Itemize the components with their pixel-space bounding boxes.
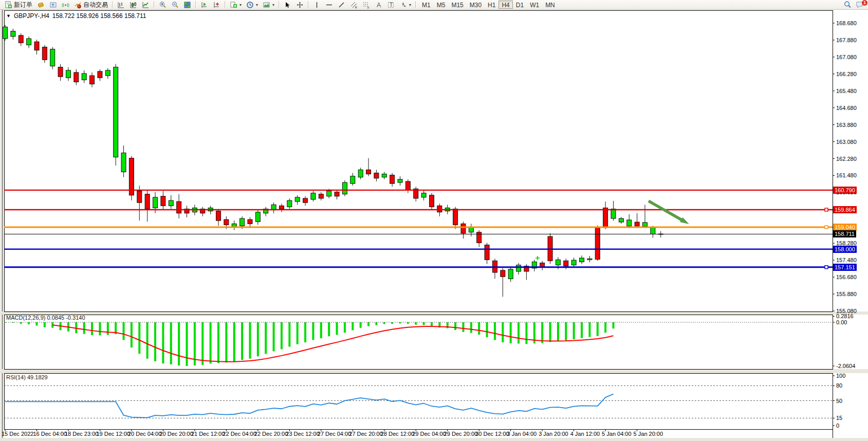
trendline-button[interactable] (335, 1, 347, 9)
template-button[interactable]: ▾ (260, 1, 276, 9)
tile-windows-button[interactable] (181, 1, 193, 9)
dropdown-caret-icon[interactable]: ▾ (272, 3, 274, 7)
text-a-icon: A (374, 1, 382, 9)
svg-text:162.280: 162.280 (836, 156, 857, 162)
svg-text:5 Jan 20:00: 5 Jan 20:00 (634, 431, 663, 437)
svg-text:-2.0604: -2.0604 (836, 363, 855, 369)
new-order-button[interactable]: 新订单 (2, 1, 34, 9)
new-order-button-label: 新订单 (14, 1, 32, 9)
svg-text:0.2816: 0.2816 (836, 313, 854, 319)
toolbar-separator (112, 1, 113, 8)
svg-text:5 Jan 04:00: 5 Jan 04:00 (602, 431, 632, 437)
navigator-button[interactable] (198, 1, 210, 9)
crosshair-button[interactable] (293, 1, 306, 9)
svg-text:167.880: 167.880 (836, 37, 857, 43)
price-level-badge: 159.864 (833, 206, 857, 213)
chart-play-icon (200, 1, 208, 9)
chevron-down-icon[interactable]: ▼ (6, 13, 11, 19)
svg-text:166.280: 166.280 (836, 71, 857, 77)
svg-text:163.880: 163.880 (836, 122, 857, 128)
timeframe-h4[interactable]: H4 (498, 1, 512, 9)
auto-trading-button-label: 自动交易 (83, 1, 108, 9)
svg-text:161.480: 161.480 (836, 172, 857, 178)
periods-button[interactable]: ▾ (244, 1, 260, 9)
price-level-badge: 158.000 (833, 246, 857, 253)
svg-text:F: F (367, 6, 370, 9)
svg-text:3 Jan 20:00: 3 Jan 20:00 (539, 431, 568, 437)
svg-text:27 Dec 20:00: 27 Dec 20:00 (349, 431, 382, 437)
timeframe-m1[interactable]: M1 (419, 1, 434, 9)
signals-icon (61, 1, 69, 9)
toolbar-separator (308, 1, 308, 8)
toolbar-separator (154, 1, 154, 8)
svg-text:16 Dec 04:00: 16 Dec 04:00 (33, 431, 66, 437)
data-window-button[interactable] (210, 1, 223, 9)
svg-text:156.680: 156.680 (836, 274, 857, 280)
svg-text:165.480: 165.480 (836, 88, 857, 94)
price-chart-canvas[interactable]: 168.680167.880167.080166.280165.480164.6… (0, 0, 868, 441)
toolbar-separator (415, 1, 416, 8)
profile-button[interactable] (47, 1, 59, 9)
market-watch-button[interactable] (34, 1, 47, 9)
notification-count-badge: 1 (862, 0, 867, 6)
zoom-in-button[interactable] (156, 1, 169, 9)
add-indicator-icon (229, 1, 237, 9)
price-level-badge: 160.790 (833, 187, 857, 194)
line-chart-button[interactable] (139, 1, 152, 9)
bar-chart-button[interactable] (115, 1, 127, 9)
channel-icon: E (349, 1, 358, 9)
macd-values: 0.0845 -0.3140 (47, 315, 85, 321)
timeframe-m30[interactable]: M30 (467, 1, 485, 9)
svg-text:28 Dec 12:00: 28 Dec 12:00 (381, 431, 414, 437)
macd-label: MACD(12,26,9) 0.0845 -0.3140 (6, 315, 85, 321)
zoom-out-button[interactable] (169, 1, 181, 9)
svg-text:A: A (377, 2, 381, 9)
svg-text:15 Dec 2022: 15 Dec 2022 (2, 431, 33, 437)
candlestick-button[interactable] (127, 1, 139, 9)
add-indicator-button[interactable]: ▾ (227, 1, 244, 9)
channel-button[interactable]: E (347, 1, 360, 9)
new-order-icon (4, 1, 12, 9)
text-t-icon: T (386, 1, 395, 9)
timeframe-d1[interactable]: D1 (513, 1, 527, 9)
shapes-icon (399, 1, 407, 9)
rsi-name: RSI(14) (6, 374, 26, 380)
template-icon (262, 1, 270, 9)
svg-text:19 Dec 12:00: 19 Dec 12:00 (96, 431, 130, 437)
clock-icon (246, 1, 254, 9)
timeframe-h1[interactable]: H1 (485, 1, 498, 9)
timeframe-w1[interactable]: W1 (527, 1, 542, 9)
main-toolbar: 新订单自动交易▾▾▾EFAT▾M1M5M15M30H1H4D1W1MN1 (0, 0, 868, 10)
dropdown-caret-icon[interactable]: ▾ (409, 3, 411, 7)
svg-text:21 Dec 12:00: 21 Dec 12:00 (191, 431, 225, 437)
dropdown-caret-icon[interactable]: ▾ (239, 3, 242, 7)
timeframe-mn[interactable]: MN (542, 1, 558, 9)
candlestick-icon (129, 1, 137, 9)
trading-terminal-window: 168.680167.880167.080166.280165.480164.6… (0, 0, 868, 441)
cursor-icon (283, 1, 291, 9)
svg-text:164.680: 164.680 (836, 105, 857, 111)
gold-icon (36, 1, 45, 9)
svg-text:18 Dec 23:00: 18 Dec 23:00 (65, 431, 98, 437)
svg-text:20 Dec 20:00: 20 Dec 20:00 (159, 431, 193, 437)
dropdown-caret-icon[interactable]: ▾ (256, 3, 258, 7)
cursor-button[interactable] (281, 1, 293, 9)
vline-button[interactable] (310, 1, 323, 9)
text-label-button[interactable]: T (384, 1, 397, 9)
timeframe-m5[interactable]: M5 (434, 1, 449, 9)
signals-button[interactable] (59, 1, 71, 9)
svg-text:155.880: 155.880 (836, 291, 857, 297)
hline-button[interactable] (323, 1, 335, 9)
time-axis[interactable]: 15 Dec 202216 Dec 04:0018 Dec 23:0019 De… (2, 429, 663, 437)
text-button[interactable]: A (372, 1, 384, 9)
fibonacci-button[interactable]: F (360, 1, 372, 9)
zoom-out-icon (171, 1, 179, 9)
svg-text:163.080: 163.080 (836, 139, 857, 145)
auto-trading-button[interactable]: 自动交易 (71, 1, 110, 9)
notifications-button[interactable]: 1 (854, 1, 866, 9)
autotrade-icon (73, 1, 82, 9)
timeframe-m15[interactable]: M15 (448, 1, 466, 9)
svg-text:T: T (390, 2, 393, 8)
search-button[interactable] (841, 1, 854, 9)
arrows-button[interactable]: ▾ (397, 1, 413, 9)
